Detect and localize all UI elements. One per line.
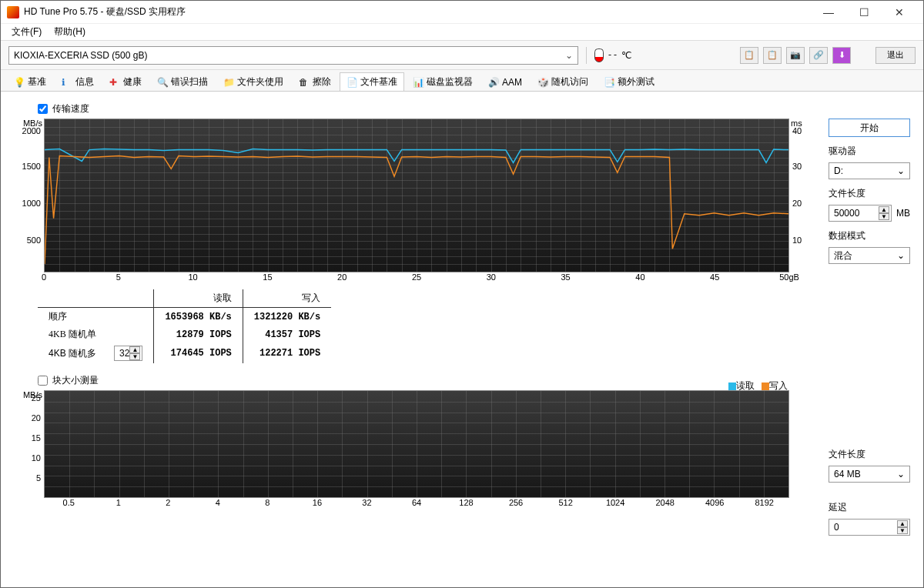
tab-erase[interactable]: 🗑擦除 (292, 72, 338, 91)
y-axis-left-2: MB/s 25 20 15 10 5 (12, 390, 44, 498)
filelen2-label: 文件长度 (829, 448, 910, 461)
filelen2-combo[interactable]: 64 MB⌄ (829, 466, 910, 483)
options-button[interactable]: 🔗 (809, 47, 828, 64)
y-axis-right: ms 40 30 20 10 (789, 119, 812, 272)
drive-label: 驱动器 (829, 145, 910, 158)
toolbar: KIOXIA-EXCERIA SSD (500 gB) ⌄ - - ℃ 📋 📋 … (1, 41, 923, 70)
thermometer-icon (594, 48, 604, 62)
chevron-down-icon: ⌄ (897, 469, 905, 479)
maximize-button[interactable]: ☐ (846, 1, 882, 24)
content-area: 传输速度 MB/s 2000 1500 1000 500 ms 40 30 20… (1, 92, 923, 518)
blocksize-graph (44, 390, 789, 498)
title-bar: HD Tune Pro 5.75 - 硬盘/SSD 实用程序 — ☐ ✕ (1, 1, 923, 24)
chart-icon: 📊 (413, 77, 424, 88)
x-axis-top: 05101520253035404550gB (44, 272, 789, 285)
tab-random[interactable]: 🎲随机访问 (531, 72, 595, 91)
blocksize-graph-shell: 读取 写入 MB/s 25 20 15 10 5 (12, 390, 812, 498)
window-title: HD Tune Pro 5.75 - 硬盘/SSD 实用程序 (24, 5, 811, 18)
separator (586, 47, 587, 64)
drive-select[interactable]: KIOXIA-EXCERIA SSD (500 gB) ⌄ (8, 46, 578, 65)
tab-diskmon[interactable]: 📊磁盘监视器 (406, 72, 480, 91)
screenshot-button[interactable]: 📷 (786, 47, 805, 64)
side-panel-2: 文件长度 64 MB⌄ 延迟 0▲▼ (829, 445, 910, 536)
blocksize-label: 块大小测量 (52, 374, 99, 387)
lightbulb-icon: 💡 (14, 77, 25, 88)
folder-icon: 📁 (223, 77, 234, 88)
chevron-down-icon: ⌄ (897, 165, 905, 176)
blocksize-checkbox[interactable] (38, 376, 48, 386)
y-axis-left: MB/s 2000 1500 1000 500 (12, 119, 44, 272)
copy-info-button[interactable]: 📋 (740, 47, 758, 64)
random-icon: 🎲 (537, 77, 548, 88)
transfer-checkbox[interactable] (38, 104, 48, 114)
results-table: 读取写入 顺序1653968 KB/s1321220 KB/s 4KB 随机单1… (38, 289, 331, 363)
health-icon: ✚ (109, 77, 120, 88)
tab-health[interactable]: ✚健康 (102, 72, 149, 91)
table-row: 4KB 随机单12879 IOPS41357 IOPS (38, 326, 331, 343)
file-icon: 📄 (346, 77, 357, 88)
menu-file[interactable]: 文件(F) (5, 24, 48, 40)
pattern-label: 数据模式 (829, 229, 910, 242)
exit-button[interactable]: 退出 (875, 47, 916, 64)
col-read: 读取 (154, 289, 243, 308)
delay-label: 延迟 (829, 501, 910, 514)
save-button[interactable]: ⬇ (832, 47, 851, 64)
table-row: 顺序1653968 KB/s1321220 KB/s (38, 308, 331, 326)
info-icon: ℹ (62, 77, 72, 88)
transfer-label: 传输速度 (52, 102, 89, 115)
copy-shot-button[interactable]: 📋 (763, 47, 782, 64)
tab-errorscan[interactable]: 🔍错误扫描 (150, 72, 215, 91)
chevron-down-icon: ⌄ (897, 250, 905, 261)
drive-combo[interactable]: D:⌄ (829, 162, 910, 179)
menu-help[interactable]: 帮助(H) (48, 24, 92, 40)
tab-bar: 💡基准 ℹ信息 ✚健康 🔍错误扫描 📁文件夹使用 🗑擦除 📄文件基准 📊磁盘监视… (1, 70, 923, 92)
tab-folderusage[interactable]: 📁文件夹使用 (216, 72, 290, 91)
col-write: 写入 (243, 289, 331, 308)
tab-aam[interactable]: 🔊AAM (481, 72, 529, 91)
transfer-graph (44, 119, 789, 272)
tab-filebench[interactable]: 📄文件基准 (340, 72, 404, 91)
filelen-field[interactable]: 50000▲▼ (829, 205, 892, 222)
transfer-graph-shell: MB/s 2000 1500 1000 500 ms 40 30 20 10 (12, 119, 812, 272)
tab-benchmark[interactable]: 💡基准 (7, 72, 53, 91)
extra-icon: 📑 (604, 77, 614, 88)
temperature-unit: ℃ (621, 50, 631, 61)
transfer-check-row: 传输速度 (38, 102, 912, 115)
minimize-button[interactable]: — (811, 1, 846, 24)
start-button[interactable]: 开始 (829, 119, 910, 137)
speaker-icon: 🔊 (488, 77, 499, 88)
delay-field[interactable]: 0▲▼ (829, 519, 910, 536)
trash-icon: 🗑 (299, 77, 310, 88)
queue-depth-spinner[interactable]: 32▲▼ (114, 346, 142, 361)
pattern-combo[interactable]: 混合⌄ (829, 247, 910, 264)
menu-bar: 文件(F) 帮助(H) (1, 24, 923, 41)
magnifier-icon: 🔍 (157, 77, 168, 88)
close-button[interactable]: ✕ (882, 1, 917, 24)
drive-select-text: KIOXIA-EXCERIA SSD (500 gB) (14, 50, 147, 61)
x-axis-bottom: 0.512481632641282565121024204840968192 (44, 498, 789, 510)
filelen-label: 文件长度 (829, 187, 910, 200)
temperature-value: - - (608, 49, 617, 61)
table-row: 4KB 随机多 32▲▼ 174645 IOPS122271 IOPS (38, 343, 331, 363)
chevron-down-icon: ⌄ (565, 50, 573, 61)
tab-info[interactable]: ℹ信息 (55, 72, 101, 91)
tab-extra[interactable]: 📑额外测试 (597, 72, 661, 91)
app-icon (7, 6, 19, 18)
side-panel: 开始 驱动器 D:⌄ 文件长度 50000▲▼ MB 数据模式 混合⌄ (829, 119, 910, 264)
